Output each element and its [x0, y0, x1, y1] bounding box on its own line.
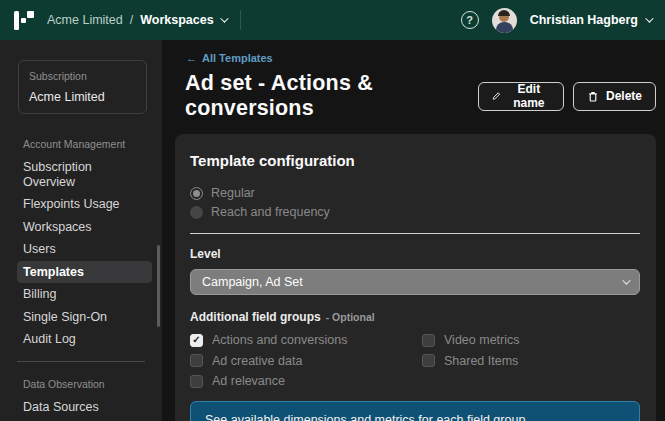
checkbox-unchecked-icon	[190, 375, 203, 388]
sidebar-item-billing[interactable]: Billing	[17, 283, 152, 306]
sidebar-item-users[interactable]: Users	[17, 238, 152, 261]
logo-dot	[21, 18, 26, 23]
checkbox-unchecked-icon	[190, 354, 203, 367]
avatar-body	[496, 22, 513, 33]
info-box: See available dimensions and metrics for…	[190, 401, 640, 421]
info-line-1: See available dimensions and metrics for…	[205, 413, 625, 421]
field-groups-checkbox-grid: ✓ Actions and conversions Video metrics …	[190, 333, 640, 388]
radio-reach-label: Reach and frequency	[211, 205, 330, 219]
checkbox-unchecked-icon	[422, 354, 435, 367]
main-content: ← All Templates Ad set - Actions & conve…	[162, 40, 665, 421]
breadcrumb-separator: /	[130, 13, 133, 27]
checkbox-ad-relevance[interactable]: Ad relevance	[190, 374, 422, 388]
topbar: Acme Limited / Workspaces ? Christian Ha…	[0, 0, 665, 40]
help-icon[interactable]: ?	[461, 11, 479, 29]
template-configuration-card: Template configuration Regular Reach and…	[175, 134, 656, 421]
sidebar-scrollbar[interactable]	[157, 245, 160, 327]
sidebar-item-flexpoints-usage[interactable]: Flexpoints Usage	[17, 193, 152, 216]
user-menu[interactable]: Christian Hagberg	[530, 13, 651, 27]
sidebar-divider	[17, 361, 145, 362]
template-type-radio-group: Regular Reach and frequency	[190, 186, 640, 219]
chevron-down-icon	[220, 14, 228, 22]
sidebar-item-templates[interactable]: Templates	[17, 261, 152, 284]
field-groups-label-row: Additional field groups - Optional	[190, 310, 640, 324]
user-name: Christian Hagberg	[530, 13, 638, 27]
checkbox-checked-icon: ✓	[190, 334, 203, 347]
back-link-all-templates[interactable]: ← All Templates	[175, 52, 656, 64]
logo-square	[27, 11, 34, 18]
checkbox-actions-and-conversions[interactable]: ✓ Actions and conversions	[190, 333, 422, 347]
chevron-down-icon	[645, 14, 653, 22]
breadcrumb-account[interactable]: Acme Limited	[47, 13, 123, 27]
checkbox-shared-items[interactable]: Shared Items	[422, 354, 640, 368]
link-available-dimensions-and-metrics[interactable]: available dimensions and metrics	[231, 413, 415, 421]
page-title: Ad set - Actions & conversions	[185, 71, 478, 121]
level-select-value: Campaign, Ad Set	[202, 275, 303, 289]
funnel-logo-icon[interactable]	[14, 11, 34, 30]
sidebar-item-subscription-overview[interactable]: Subscription Overview	[17, 156, 152, 193]
breadcrumb-workspaces-label: Workspaces	[140, 13, 213, 27]
back-arrow-icon: ←	[186, 52, 197, 64]
checkbox-label: Shared Items	[444, 354, 518, 368]
radio-regular-label: Regular	[211, 186, 255, 200]
level-select[interactable]: Campaign, Ad Set	[190, 269, 640, 295]
checkbox-label: Ad relevance	[212, 374, 285, 388]
pencil-icon	[492, 90, 501, 102]
card-divider	[190, 233, 640, 234]
radio-unselected-icon	[190, 206, 203, 219]
card-title: Template configuration	[190, 152, 640, 169]
section-header-data-observation: Data Observation	[0, 378, 162, 390]
breadcrumb-workspaces[interactable]: Workspaces	[140, 13, 225, 27]
sidebar-item-single-sign-on[interactable]: Single Sign-On	[17, 306, 152, 329]
checkbox-unchecked-icon	[422, 334, 435, 347]
sidebar-item-data-sources[interactable]: Data Sources	[17, 396, 152, 419]
radio-selected-icon	[190, 187, 203, 200]
optional-label: - Optional	[326, 311, 375, 323]
edit-name-button[interactable]: Edit name	[478, 82, 564, 111]
sidebar-item-audit-log[interactable]: Audit Log	[17, 328, 152, 351]
checkbox-video-metrics[interactable]: Video metrics	[422, 333, 640, 347]
logo-bar	[14, 11, 19, 30]
sidebar: Subscription Acme Limited Account Manage…	[0, 40, 162, 421]
radio-regular[interactable]: Regular	[190, 186, 640, 200]
delete-button[interactable]: Delete	[573, 82, 656, 111]
subscription-name: Acme Limited	[29, 90, 136, 104]
level-label: Level	[190, 247, 640, 261]
avatar-hair	[498, 10, 510, 16]
field-groups-label: Additional field groups	[190, 310, 321, 324]
info-text: See	[205, 413, 231, 421]
trash-icon	[587, 90, 599, 103]
checkbox-label: Actions and conversions	[212, 333, 348, 347]
topbar-right: ? Christian Hagberg	[461, 8, 651, 33]
radio-reach-and-frequency[interactable]: Reach and frequency	[190, 205, 640, 219]
back-link-label: All Templates	[202, 52, 273, 64]
info-text: for each field group.	[415, 413, 529, 421]
topbar-divider	[240, 10, 241, 30]
chevron-down-icon	[622, 276, 630, 284]
edit-name-label: Edit name	[508, 82, 550, 110]
checkbox-label: Ad creative data	[212, 354, 302, 368]
subscription-box: Subscription Acme Limited	[18, 60, 147, 114]
page-header: Ad set - Actions & conversions Edit name…	[175, 71, 656, 121]
sidebar-item-workspaces[interactable]: Workspaces	[17, 216, 152, 239]
subscription-label: Subscription	[29, 70, 136, 82]
checkbox-ad-creative-data[interactable]: Ad creative data	[190, 354, 422, 368]
section-header-account-management: Account Management	[0, 138, 162, 150]
header-actions: Edit name Delete	[478, 82, 656, 111]
checkbox-label: Video metrics	[444, 333, 520, 347]
avatar[interactable]	[492, 8, 517, 33]
delete-label: Delete	[606, 89, 642, 103]
